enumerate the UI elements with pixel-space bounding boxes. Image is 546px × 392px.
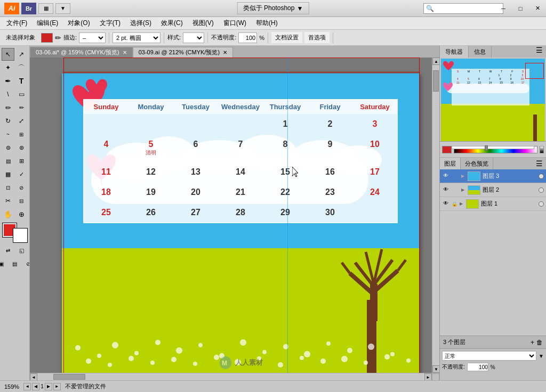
- first-page-btn[interactable]: ◀: [32, 383, 39, 390]
- pt-select[interactable]: 2 pt. 椭圆: [113, 32, 160, 43]
- layer-item-3[interactable]: 👁 ▶ 图层 3: [440, 169, 546, 183]
- pencil-tool[interactable]: ✏: [15, 101, 28, 114]
- preferences-button[interactable]: 首选项: [304, 32, 330, 43]
- layers-menu-icon[interactable]: ☰: [533, 159, 546, 168]
- no-fill-btn[interactable]: ⊘: [22, 257, 30, 270]
- color-brightness[interactable]: [540, 146, 544, 153]
- photoshop-button[interactable]: 类似于 Photoshop ▼: [237, 2, 309, 14]
- scroll-track-v[interactable]: [432, 65, 439, 365]
- scroll-down-button[interactable]: ▼: [432, 365, 439, 373]
- canvas-viewport[interactable]: Sunday Monday Tuesday Wednesday Thursday…: [30, 58, 432, 373]
- hand-tool[interactable]: ✋: [2, 208, 14, 220]
- gradient-tool[interactable]: ▦: [2, 168, 14, 181]
- layer-2-visibility[interactable]: 👁: [442, 186, 449, 194]
- layer-1-visibility[interactable]: 👁: [442, 200, 449, 208]
- scale-tool[interactable]: ⤢: [15, 115, 28, 127]
- blend-tool[interactable]: ⊚: [2, 141, 14, 154]
- direct-selection-tool[interactable]: ↗: [15, 48, 28, 61]
- eraser-tool[interactable]: ⊘: [15, 181, 28, 194]
- swap-colors[interactable]: ⇄: [2, 244, 14, 257]
- layer-2-expand[interactable]: ▶: [461, 187, 464, 192]
- nav-menu-icon[interactable]: ☰: [533, 46, 546, 58]
- artboard-tool[interactable]: ⊟: [15, 194, 28, 207]
- column-graph-tool[interactable]: ▤: [2, 154, 14, 167]
- eyedropper-tool[interactable]: ✓: [15, 168, 28, 181]
- warp-tool[interactable]: ~: [2, 128, 14, 141]
- menu-help[interactable]: 帮助(H): [252, 18, 282, 29]
- opacity-input[interactable]: [238, 32, 257, 43]
- minimize-button[interactable]: ─: [495, 0, 512, 17]
- menu-view[interactable]: 视图(V): [188, 18, 218, 29]
- selection-tool[interactable]: ↖: [2, 48, 14, 61]
- default-colors[interactable]: ◱: [15, 244, 28, 257]
- nav-zoom-thumb[interactable]: [485, 145, 488, 151]
- close-button[interactable]: ✕: [529, 0, 546, 17]
- next-page-btn[interactable]: ▶: [45, 383, 52, 390]
- scroll-thumb-h[interactable]: [53, 374, 85, 380]
- scroll-left-button[interactable]: ◄: [30, 373, 37, 380]
- nav-zoom-slider[interactable]: [452, 146, 534, 149]
- new-layer-btn[interactable]: +: [531, 339, 534, 346]
- search-box[interactable]: 🔍: [423, 3, 503, 14]
- menu-type[interactable]: 文字(T): [95, 18, 125, 29]
- layer-item-2[interactable]: 👁 ▶ 图层 2: [440, 183, 546, 197]
- fill-btn[interactable]: ▣: [0, 257, 8, 270]
- layout-button[interactable]: ▦: [38, 3, 53, 14]
- tab-1-close[interactable]: ✕: [123, 50, 127, 55]
- scroll-thumb-v[interactable]: [433, 70, 439, 92]
- prev-page-btn[interactable]: ◄: [23, 383, 31, 390]
- scroll-track-h[interactable]: [37, 373, 424, 380]
- scroll-up-button[interactable]: ▲: [432, 58, 439, 65]
- pen-tool[interactable]: ✒: [2, 75, 14, 87]
- menu-window[interactable]: 窗口(W): [219, 18, 251, 29]
- vertical-scrollbar[interactable]: ▲ ▼: [432, 58, 439, 373]
- layer-3-expand[interactable]: ▶: [461, 174, 464, 178]
- layout-dropdown[interactable]: ▼: [55, 3, 70, 14]
- menu-effect[interactable]: 效果(C): [157, 18, 187, 29]
- tab-2-close[interactable]: ✕: [223, 50, 227, 55]
- calendar-header: Sunday Monday Tuesday Wednesday Thursday…: [84, 100, 397, 114]
- mesh-tool[interactable]: ⊞: [15, 154, 28, 167]
- rectangle-tool[interactable]: ▭: [15, 88, 28, 101]
- artwork-canvas[interactable]: Sunday Monday Tuesday Wednesday Thursday…: [62, 74, 419, 373]
- slice-tool[interactable]: ⊡: [2, 181, 14, 194]
- gradient-fill-btn[interactable]: ▤: [9, 257, 21, 270]
- layer-3-visibility[interactable]: 👁: [442, 173, 449, 180]
- layer-item-1[interactable]: 👁 🔒 ▶ 图层 1: [440, 197, 546, 211]
- lasso-tool[interactable]: ⌒: [15, 61, 28, 74]
- rotate-tool[interactable]: ↻: [2, 115, 14, 127]
- opacity-row-input[interactable]: [467, 363, 488, 371]
- style-select[interactable]: [183, 32, 204, 43]
- layer-1-expand[interactable]: ▶: [460, 201, 463, 206]
- menu-select[interactable]: 选择(S): [126, 18, 156, 29]
- stroke-color-box[interactable]: [41, 33, 53, 43]
- layer-2-lock[interactable]: [452, 186, 459, 194]
- scroll-right-button[interactable]: ►: [424, 373, 432, 380]
- free-transform-tool[interactable]: ⊞: [15, 128, 28, 141]
- navigator-tab[interactable]: 导航器: [440, 46, 469, 58]
- restore-button[interactable]: □: [512, 0, 529, 17]
- layer-3-lock[interactable]: [452, 173, 459, 180]
- zoom-tool[interactable]: ⊕: [15, 208, 28, 220]
- scissors-tool[interactable]: ✂: [2, 194, 14, 207]
- paintbrush-tool[interactable]: ✏: [2, 101, 14, 114]
- delete-layer-btn[interactable]: 🗑: [536, 339, 543, 346]
- menu-object[interactable]: 对象(O): [63, 18, 94, 29]
- info-tab[interactable]: 信息: [469, 46, 492, 58]
- layers-tab[interactable]: 图层: [440, 158, 461, 169]
- separation-preview-tab[interactable]: 分色预览: [461, 158, 493, 169]
- menu-edit[interactable]: 编辑(E): [33, 18, 62, 29]
- blend-mode-select[interactable]: 正常: [442, 351, 536, 361]
- doc-settings-button[interactable]: 文档设置: [271, 32, 302, 43]
- line-tool[interactable]: \: [2, 88, 14, 101]
- stroke-select[interactable]: –: [79, 32, 106, 43]
- last-page-btn[interactable]: ►: [53, 383, 61, 390]
- menu-file[interactable]: 文件(F): [2, 18, 31, 29]
- tab-2[interactable]: 03-09.ai @ 212% (CMYK/预览) ✕: [133, 47, 233, 58]
- background-color[interactable]: [13, 228, 27, 242]
- magic-wand-tool[interactable]: ✦: [2, 61, 14, 74]
- color-swatch[interactable]: [442, 146, 452, 153]
- type-tool[interactable]: T: [15, 75, 28, 87]
- tab-1[interactable]: 03-06.ai* @ 159% (CMYK/预览) ✕: [30, 47, 133, 58]
- symbol-tool[interactable]: ⊛: [15, 141, 28, 154]
